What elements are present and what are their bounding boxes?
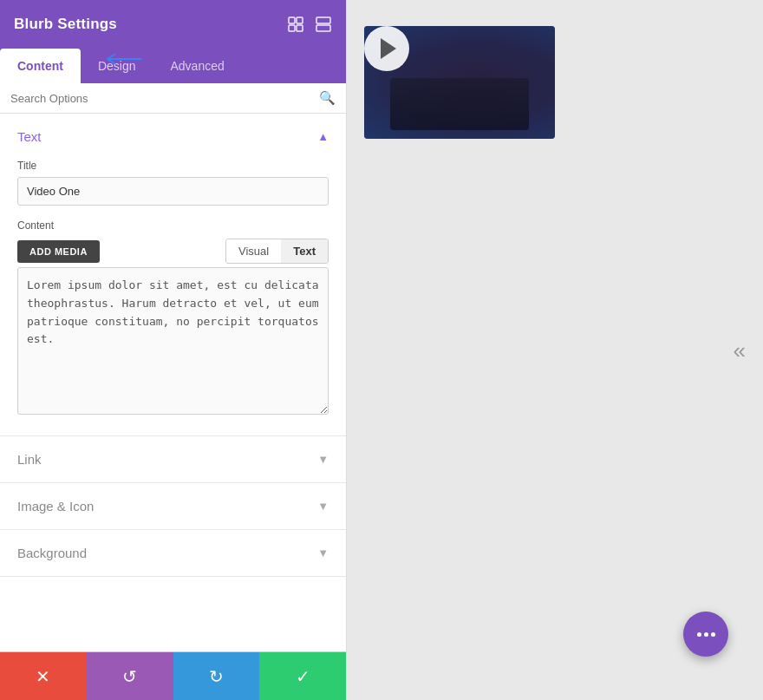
cancel-icon: ✕ bbox=[36, 666, 50, 687]
link-section-header[interactable]: Link ▼ bbox=[0, 436, 346, 482]
redo-icon: ↻ bbox=[209, 666, 224, 687]
search-icon: 🔍 bbox=[319, 90, 336, 106]
link-section-title: Link bbox=[17, 452, 42, 467]
search-bar: 🔍 bbox=[0, 83, 346, 114]
save-icon: ✓ bbox=[296, 666, 310, 687]
fab-dot-1 bbox=[697, 632, 701, 637]
fab-menu-button[interactable] bbox=[683, 612, 728, 657]
text-section-content: Title Content ADD MEDIA Visual Text bbox=[0, 160, 346, 435]
save-button[interactable]: ✓ bbox=[259, 652, 346, 700]
undo-button[interactable]: ↺ bbox=[87, 652, 173, 700]
link-chevron-down-icon: ▼ bbox=[317, 453, 329, 466]
content-textarea[interactable] bbox=[17, 267, 329, 415]
cancel-button[interactable]: ✕ bbox=[0, 652, 87, 700]
svg-rect-5 bbox=[316, 25, 330, 31]
add-media-row: ADD MEDIA Visual Text bbox=[17, 239, 329, 264]
background-chevron-down-icon: ▼ bbox=[317, 546, 329, 559]
background-section-title: Background bbox=[17, 546, 87, 560]
fab-dots-icon bbox=[697, 632, 715, 637]
tab-advanced[interactable]: Advanced bbox=[153, 49, 241, 83]
expand-icon bbox=[287, 16, 304, 33]
grid-icon bbox=[315, 16, 332, 33]
double-chevron-left-icon: « bbox=[734, 337, 746, 363]
panel-content: Text ▲ Title Content ADD MEDIA Visual bbox=[0, 114, 346, 651]
svg-rect-2 bbox=[289, 25, 295, 31]
expand-icon-btn[interactable] bbox=[287, 16, 304, 33]
background-section: Background ▼ bbox=[0, 530, 346, 577]
header-icons bbox=[287, 16, 332, 33]
fab-dot-3 bbox=[711, 632, 715, 637]
background-section-header[interactable]: Background ▼ bbox=[0, 530, 346, 576]
title-field: Title bbox=[17, 160, 329, 206]
add-media-button[interactable]: ADD MEDIA bbox=[17, 240, 100, 263]
svg-rect-1 bbox=[297, 17, 303, 23]
text-section-header[interactable]: Text ▲ bbox=[0, 114, 346, 160]
content-label: Content bbox=[17, 219, 329, 232]
play-button[interactable] bbox=[364, 26, 409, 71]
tabs-bar: Content Design Advanced bbox=[0, 49, 346, 83]
image-icon-section: Image & Icon ▼ bbox=[0, 483, 346, 530]
redo-button[interactable]: ↻ bbox=[173, 652, 260, 700]
search-input[interactable] bbox=[10, 92, 319, 105]
content-field: Content ADD MEDIA Visual Text bbox=[17, 219, 329, 418]
title-input[interactable] bbox=[17, 177, 329, 206]
left-panel: Blurb Settings bbox=[0, 0, 347, 700]
video-thumbnail[interactable] bbox=[364, 26, 555, 139]
text-section-title: Text bbox=[17, 129, 42, 144]
svg-rect-0 bbox=[289, 17, 295, 23]
collapse-panel-button[interactable]: « bbox=[734, 337, 746, 363]
arrow-indicator bbox=[95, 49, 147, 73]
text-section: Text ▲ Title Content ADD MEDIA Visual bbox=[0, 114, 346, 436]
image-icon-section-header[interactable]: Image & Icon ▼ bbox=[0, 483, 346, 529]
text-view-button[interactable]: Text bbox=[281, 239, 328, 263]
panel-title: Blurb Settings bbox=[14, 16, 117, 33]
tab-content[interactable]: Content bbox=[0, 49, 81, 83]
view-toggle: Visual Text bbox=[225, 239, 329, 264]
play-icon bbox=[381, 38, 396, 59]
undo-icon: ↺ bbox=[122, 666, 137, 687]
text-chevron-up-icon: ▲ bbox=[317, 130, 329, 143]
image-icon-section-title: Image & Icon bbox=[17, 499, 94, 514]
title-label: Title bbox=[17, 160, 329, 172]
panel-header: Blurb Settings bbox=[0, 0, 346, 49]
image-icon-chevron-down-icon: ▼ bbox=[317, 500, 329, 513]
right-panel: « bbox=[347, 0, 763, 700]
link-section: Link ▼ bbox=[0, 436, 346, 483]
fab-dot-2 bbox=[704, 632, 708, 637]
bottom-toolbar: ✕ ↺ ↻ ✓ bbox=[0, 651, 346, 700]
svg-rect-4 bbox=[316, 17, 330, 23]
grid-icon-btn[interactable] bbox=[315, 16, 332, 33]
visual-view-button[interactable]: Visual bbox=[226, 239, 281, 263]
svg-rect-3 bbox=[297, 25, 303, 31]
